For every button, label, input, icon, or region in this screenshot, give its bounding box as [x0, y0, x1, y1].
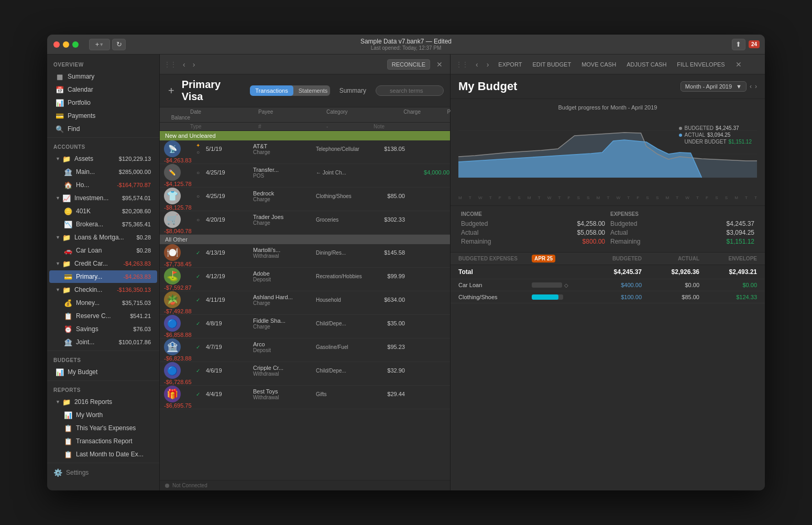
table-row[interactable]: 🔵 ✓ 4/6/19 Cripple Cr... Withdrawal Ch — [160, 362, 450, 386]
transactions-scroll[interactable]: New and Uncleared 📡 ✦ ○ 5/1/19 AT&T — [160, 131, 450, 480]
sidebar-item-myworth[interactable]: 📊 My Worth — [49, 409, 157, 421]
summary-icon: ▦ — [56, 72, 64, 81]
account-title: Primary Visa — [182, 79, 243, 103]
avatar: 🛒 — [164, 211, 181, 228]
budget-forward-button[interactable]: › — [485, 59, 491, 70]
month-badge-col: APR 25 — [532, 256, 568, 261]
section-new-uncleared: New and Uncleared — [160, 131, 450, 140]
sidebar-item-transactions-report[interactable]: 📋 Transactions Report — [49, 435, 157, 447]
col-dash: - — [326, 124, 374, 129]
sidebar-item-assets[interactable]: ▼ 📁 Assets $120,229.13 — [49, 152, 157, 165]
col-category[interactable]: Category — [326, 109, 374, 115]
table-row[interactable]: 🛒 ○ 4/20/19 Trader Joes Charge Groceri — [160, 211, 450, 235]
panel-back-button[interactable]: ‹ — [181, 59, 188, 70]
sidebar-item-joint[interactable]: 🏦 Joint... $100,017.86 — [49, 336, 157, 348]
sidebar-item-ho[interactable]: 🏠 Ho... -$164,770.87 — [49, 179, 157, 191]
find-icon: 🔍 — [56, 125, 64, 133]
app-window: + ▼ ↻ Sample Data v7.bank7 — Edited Last… — [47, 35, 765, 490]
transactions-panel: ⋮⋮ ‹ › RECONCILE ✕ + Primary Visa Transa… — [160, 54, 451, 490]
sidebar-item-summary[interactable]: ▦ Summary — [49, 70, 157, 83]
sidebar-item-investments[interactable]: ▼ 📈 Investmen... $95,574.01 — [49, 192, 157, 204]
budgets-section: Budgets — [47, 353, 159, 365]
col-date[interactable]: Date — [190, 109, 258, 115]
check-status: ✓ — [196, 344, 200, 350]
budget-table-row[interactable]: Clothing/Shoes $100.00 $85.00 $124.33 — [451, 291, 765, 303]
invest-icon: 📈 — [62, 194, 71, 202]
close-button[interactable] — [53, 41, 60, 48]
sidebar-item-reserve[interactable]: 📋 Reserve C... $541.21 — [49, 310, 157, 322]
sidebar-item-loans[interactable]: ▼ 📁 Loans & Mortga... $0.28 — [49, 231, 157, 244]
sidebar-item-thisyear[interactable]: 📋 This Year's Expenses — [49, 422, 157, 434]
upload-button[interactable]: ⬆ — [732, 39, 745, 50]
panel-close-button[interactable]: ✕ — [433, 59, 446, 70]
table-row[interactable]: 🎁 ✓ 4/4/19 Best Toys Withdrawal Gifts — [160, 386, 450, 409]
sidebar-item-checking[interactable]: ▼ 📁 Checkin... -$136,350.13 — [49, 283, 157, 296]
minimize-button[interactable] — [63, 41, 69, 48]
col-payee[interactable]: Payee — [258, 109, 326, 115]
export-button[interactable]: EXPORT — [495, 60, 525, 69]
notification-badge[interactable]: 24 — [749, 40, 760, 48]
sidebar-item-money[interactable]: 💰 Money... $35,715.03 — [49, 297, 157, 309]
sidebar-item-portfolio[interactable]: 📊 Portfolio — [49, 96, 157, 109]
tab-statements[interactable]: Statements — [293, 85, 330, 96]
tx-report-icon: 📋 — [64, 437, 72, 445]
table-row[interactable]: ✏️ ○ 4/25/19 Transfer... POS ← Joint Ch — [160, 164, 450, 188]
reconcile-button[interactable]: RECONCILE — [387, 59, 430, 70]
table-row[interactable]: 👕 ○ 4/25/19 Bedrock Charge Clothing/Sh — [160, 188, 450, 211]
sidebar-item-mybudget[interactable]: 📊 My Budget — [49, 366, 157, 378]
content-area: ⋮⋮ ‹ › RECONCILE ✕ + Primary Visa Transa… — [160, 54, 765, 490]
search-input[interactable] — [376, 85, 444, 96]
refresh-button[interactable]: ↻ — [112, 39, 126, 50]
maximize-button[interactable] — [72, 41, 79, 48]
month-next-button[interactable]: › — [755, 83, 757, 90]
sidebar-item-carloan[interactable]: 🚗 Car Loan $0.28 — [49, 244, 157, 257]
table-row[interactable]: 🍽️ ✓ 4/13/19 Martolli's... Withdrawal — [160, 244, 450, 268]
sidebar-item-2016reports[interactable]: ▼ 📁 2016 Reports — [49, 396, 157, 408]
budget-back-button[interactable]: ‹ — [474, 59, 480, 70]
avatar: 🎁 — [164, 386, 181, 402]
budget-panel: ⋮⋮ ‹ › EXPORT EDIT BUDGET MOVE CASH ADJU… — [451, 54, 765, 490]
fill-envelopes-button[interactable]: FILL ENVELOPES — [674, 60, 728, 69]
sidebar-item-brokerage[interactable]: 📉 Brokera... $75,365.41 — [49, 218, 157, 231]
add-button[interactable]: + ▼ — [89, 39, 110, 50]
chart-axis: MTWTF SSMTW TFSSM TWTFS SMTWT FSSMT T — [458, 195, 757, 200]
month-selector[interactable]: Month - April 2019 ▼ — [681, 81, 747, 92]
month-prev-button[interactable]: ‹ — [750, 83, 752, 90]
sidebar-item-settings[interactable]: ⚙️ Settings — [47, 465, 159, 480]
sidebar-item-savings[interactable]: ⏰ Savings $76.03 — [49, 323, 157, 335]
tab-summary[interactable]: Summary — [335, 85, 370, 96]
check-status: ✓ — [196, 321, 200, 326]
budget-table-scroll[interactable]: BUDGETED EXPENSES APR 25 BUDGETED ACTUAL… — [451, 253, 765, 490]
table-row[interactable]: 🔵 ✓ 4/8/19 Fiddle Sha... Charge Child/ — [160, 315, 450, 338]
budget-table-row[interactable]: Car Loan ◇ $400.00 $0.00 $ — [451, 279, 765, 291]
sidebar-item-calendar[interactable]: 📅 Calendar — [49, 83, 157, 96]
budget-close-button[interactable]: ✕ — [732, 59, 745, 70]
sidebar-item-lastmonth[interactable]: 📋 Last Month to Date Ex... — [49, 448, 157, 461]
adjust-cash-button[interactable]: ADJUST CASH — [623, 60, 670, 69]
sidebar-item-creditcard[interactable]: ▼ 📁 Credit Car... -$4,263.83 — [49, 257, 157, 270]
table-row[interactable]: 📡 ✦ ○ 5/1/19 AT&T Charge — [160, 140, 450, 164]
table-row[interactable]: 🏦 ✓ 4/7/19 Arco Deposit Gasoline/Fuel — [160, 338, 450, 362]
calendar-icon: 📅 — [56, 85, 64, 94]
sidebar-item-401k[interactable]: 🪙 401K $20,208.60 — [49, 205, 157, 217]
sidebar-item-find[interactable]: 🔍 Find — [49, 123, 157, 135]
col-charge[interactable]: Charge — [374, 109, 421, 115]
table-row[interactable]: 🪴 ✓ 4/11/19 Ashland Hard... Charge Hou — [160, 291, 450, 315]
table-row[interactable]: ⛳ ✓ 4/12/19 Adobe Deposit Recreation/Ho — [160, 268, 450, 291]
move-cash-button[interactable]: MOVE CASH — [578, 60, 619, 69]
edit-budget-button[interactable]: EDIT BUDGET — [529, 60, 574, 69]
reports-folder-icon: 📁 — [62, 398, 71, 406]
sidebar-item-primary[interactable]: 💳 Primary... -$4,263.83 — [49, 270, 157, 283]
circle-status: ○ — [196, 170, 200, 176]
folder-icon: 📁 — [62, 155, 71, 163]
reserve-icon: 📋 — [64, 312, 72, 320]
sidebar-item-main[interactable]: 🏦 Main... $285,000.00 — [49, 166, 157, 178]
panel-forward-button[interactable]: › — [191, 59, 197, 70]
bank-icon: 🏦 — [64, 168, 72, 176]
avatar: 🔵 — [164, 362, 181, 379]
add-transaction-button[interactable]: + — [166, 85, 177, 97]
tab-transactions[interactable]: Transactions — [250, 85, 293, 96]
title-bar: + ▼ ↻ Sample Data v7.bank7 — Edited Last… — [47, 35, 765, 54]
col-balance[interactable]: Balance — [164, 115, 190, 121]
sidebar-item-payments[interactable]: 💳 Payments — [49, 110, 157, 122]
